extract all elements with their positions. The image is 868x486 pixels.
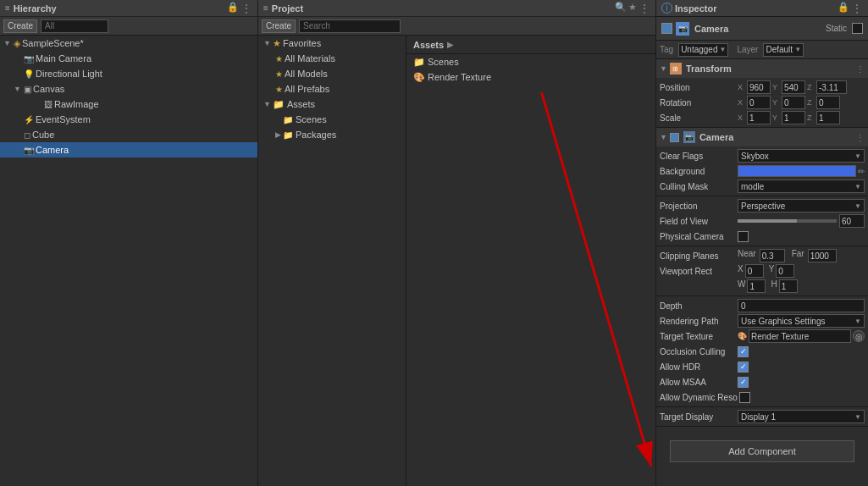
project-icon-b[interactable]: ★ [628,2,637,15]
position-x-input[interactable] [747,80,771,94]
scenes-asset-label: Scenes [428,57,459,67]
project-title: Project [272,3,303,14]
all-materials-folder[interactable]: ★ All Materials [258,51,406,66]
near-input[interactable] [760,249,785,262]
camera-enabled-checkbox[interactable] [670,133,679,142]
hierarchy-item-rawimage[interactable]: ▶ 🖼 RawImage [0,97,257,112]
project-search-input[interactable] [299,19,401,33]
packages-subfolder[interactable]: ▶ 📁 Packages [258,127,406,142]
object-active-checkbox[interactable] [661,23,672,34]
rotation-z-field: Z [807,96,840,109]
layer-dropdown[interactable]: Default ▼ [763,43,804,57]
rendering-path-arrow: ▼ [854,318,861,325]
rotation-z-input[interactable] [816,96,840,109]
tag-dropdown[interactable]: Untagged ▼ [678,43,728,57]
eventsystem-label: EventSystem [36,114,91,124]
all-prefabs-folder[interactable]: ★ All Prefabs [258,81,406,97]
scenes-asset-item[interactable]: 📁 Scenes [406,54,655,69]
position-x-field: X [738,80,771,94]
hierarchy-item-samplescene[interactable]: ▼ ◈ SampleScene* [0,36,257,51]
hierarchy-item-maincamera[interactable]: ▶ 📷 Main Camera [0,51,257,66]
render-texture-asset-item[interactable]: 🎨 Render Texture [406,69,655,85]
rotation-x-input[interactable] [747,96,771,109]
hierarchy-item-eventsystem[interactable]: ▶ ⚡ EventSystem [0,112,257,127]
transform-options-icon[interactable]: ⋮ [856,64,865,74]
favorites-folder[interactable]: ▼ ★ Favorites [258,36,406,51]
vr-w-input[interactable] [747,279,766,293]
rawimage-label: RawImage [54,99,99,109]
camera-thumbnail: 📷 [676,22,689,36]
rendering-path-dropdown[interactable]: Use Graphics Settings ▼ [738,314,865,328]
hierarchy-item-canvas[interactable]: ▼ ▣ Canvas [0,81,257,97]
depth-input[interactable] [738,299,865,312]
vr-x-input[interactable] [745,264,764,278]
projection-dropdown[interactable]: Perspective ▼ [738,199,865,213]
hierarchy-item-camera[interactable]: ▶ 📷 Camera [0,142,257,157]
rotation-z-label: Z [807,98,815,107]
eventsystem-icon: ⚡ [24,115,34,124]
favorites-star-icon: ★ [273,38,281,49]
hierarchy-panel: ≡ Hierarchy 🔒 ⋮ Create ▼ ◈ SampleScene* … [0,0,258,486]
fov-slider[interactable] [738,219,837,223]
position-y-input[interactable] [782,80,805,94]
hierarchy-lock-icon[interactable]: 🔒 [227,2,239,15]
culling-mask-dropdown[interactable]: modle ▼ [738,179,865,193]
scale-z-input[interactable] [816,111,840,124]
target-display-row: Target Display Display 1 ▼ [656,409,868,424]
tag-dropdown-arrow: ▼ [720,46,727,53]
background-color-swatch[interactable] [738,165,856,177]
render-texture-label: Render Texture [428,72,491,82]
allow-dynamic-reso-checkbox[interactable] [739,392,750,403]
physical-camera-checkbox[interactable] [738,231,749,242]
hierarchy-create-button[interactable]: Create [3,19,37,33]
camera-component-header[interactable]: ▼ 📷 Camera ⋮ [656,128,868,146]
scale-x-input[interactable] [747,111,771,124]
vr-h-input[interactable] [779,279,798,293]
add-component-button[interactable]: Add Component [670,440,854,462]
canvas-arrow: ▼ [14,85,24,93]
background-value: ✏ [738,165,865,177]
background-eyedropper[interactable]: ✏ [858,167,865,176]
hierarchy-search-input[interactable] [41,19,108,33]
project-create-button[interactable]: Create [262,19,296,33]
target-display-dropdown[interactable]: Display 1 ▼ [738,410,865,423]
hierarchy-menu-icon[interactable]: ⋮ [240,2,252,15]
inspector-menu-icon[interactable]: ⋮ [851,2,863,15]
background-label: Background [660,167,736,176]
hierarchy-item-dirlight[interactable]: ▶ 💡 Directional Light [0,66,257,81]
fov-input[interactable] [839,214,865,228]
clear-flags-dropdown[interactable]: Skybox ▼ [738,149,865,163]
rotation-y-input[interactable] [782,96,805,109]
allow-msaa-checkbox[interactable]: ✓ [738,377,749,388]
fov-slider-fill [738,219,797,223]
position-z-input[interactable] [816,80,847,94]
transform-header[interactable]: ▼ ⊞ Transform ⋮ [656,59,868,78]
all-models-folder[interactable]: ★ All Models [258,66,406,81]
allow-dynamic-reso-row: Allow Dynamic Reso [656,389,868,405]
physical-camera-label: Physical Camera [660,232,736,241]
layer-value: Default [766,45,793,54]
scale-y-label: Y [772,113,781,122]
depth-label: Depth [660,301,736,311]
assets-folder[interactable]: ▼ 📁 Assets [258,97,406,112]
far-input[interactable] [808,249,837,262]
inspector-lock-icon[interactable]: 🔒 [838,2,849,15]
hierarchy-item-cube[interactable]: ▶ ◻ Cube [0,127,257,142]
static-checkbox[interactable] [852,23,863,34]
divider-3 [656,295,868,296]
occlusion-culling-checkbox[interactable]: ✓ [738,346,749,357]
viewport-rect-label: Viewport Rect [660,267,736,276]
hierarchy-header: ≡ Hierarchy 🔒 ⋮ [0,0,257,17]
camera-options-icon[interactable]: ⋮ [856,133,865,142]
rotation-y-field: Y [772,96,805,109]
project-icon-a[interactable]: 🔍 [615,2,627,15]
position-xyz: X Y Z [738,80,865,94]
assets-folder-icon: 📁 [273,99,285,110]
scale-y-input[interactable] [782,111,805,124]
project-menu-icon[interactable]: ⋮ [639,2,650,15]
target-texture-picker[interactable]: ◎ [853,330,865,342]
scenes-subfolder[interactable]: ▶ 📁 Scenes [258,112,406,127]
vr-y-input[interactable] [776,264,794,278]
allow-hdr-checkbox[interactable]: ✓ [738,362,749,373]
vr-y-label: Y [769,264,775,278]
